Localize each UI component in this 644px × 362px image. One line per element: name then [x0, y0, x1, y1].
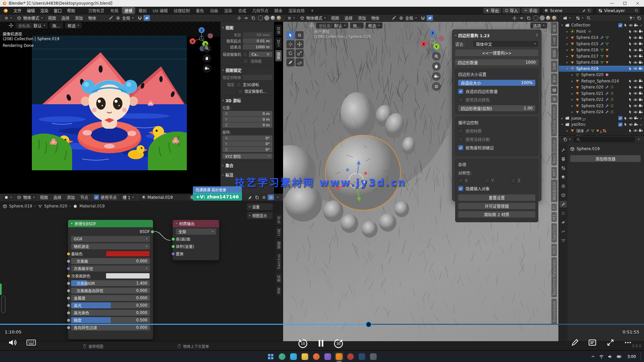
hide-viewport-icon[interactable]: [633, 36, 638, 40]
表(曲)面-socket[interactable]: [171, 237, 175, 241]
select-mode-pill[interactable]: 框选▾: [366, 22, 382, 28]
zoom-button[interactable]: [432, 52, 441, 61]
selectable-icon[interactable]: [628, 60, 632, 64]
hide-render-icon[interactable]: [639, 85, 643, 89]
expand-toggle-icon[interactable]: ▸: [565, 30, 569, 33]
各向异性过滤-socket[interactable]: [67, 326, 70, 329]
selectable-icon[interactable]: [624, 23, 628, 27]
outliner-row[interactable]: ▾yazitou: [559, 121, 644, 128]
tool-rotate-button[interactable]: [286, 49, 294, 57]
sidebar-tab-4[interactable]: 排列: [276, 273, 282, 284]
expand-toggle-icon[interactable]: ▸: [565, 55, 569, 58]
slot-dropdown[interactable]: 槽 1▾: [120, 194, 136, 200]
sidebar-tab-5[interactable]: NW: [276, 285, 281, 296]
sidebar-tab-1[interactable]: 工具: [551, 35, 557, 47]
select-mode-pill[interactable]: 框选▾: [65, 22, 82, 28]
drag-pill[interactable]: 拖...: [350, 22, 363, 28]
display-mode-dropdown[interactable]: ▾: [574, 15, 586, 21]
sidebar-tab-8[interactable]: Next Scatter: [551, 137, 557, 166]
orientation-dropdown[interactable]: 全局▾: [397, 15, 419, 21]
show-desktop-button[interactable]: [641, 353, 642, 361]
sidebar-tab-2[interactable]: 视图: [276, 239, 282, 251]
shader-menu-1[interactable]: 选择: [51, 194, 64, 200]
workspace-tab-8[interactable]: 渲染: [221, 7, 235, 14]
sidebar-tab-9[interactable]: ARP: [551, 167, 557, 178]
tool-scale-button[interactable]: [296, 49, 304, 57]
adaptive-size-slider[interactable]: 自适应大小100%: [458, 80, 535, 86]
hide-render-icon[interactable]: [639, 104, 643, 108]
outliner-row[interactable]: ▸球体.0023: [559, 134, 644, 135]
hide-viewport-icon[interactable]: [633, 85, 638, 89]
rotation-order-dropdown[interactable]: XYZ 欧拉▾: [222, 154, 272, 159]
workspace-tab-1[interactable]: 布局: [108, 7, 121, 14]
hide-viewport-icon[interactable]: [633, 54, 638, 58]
viewport-menu-3[interactable]: 物体: [86, 15, 99, 21]
material-output-node[interactable]: ▾材质输出全部▾表(曲)面体积(音量)置换: [172, 220, 219, 260]
editor-type-dropdown[interactable]: ▾: [561, 15, 573, 21]
次表面半径-socket[interactable]: [67, 267, 70, 270]
hide-viewport-icon[interactable]: [629, 116, 633, 120]
properties-tab-constraint[interactable]: [559, 228, 567, 235]
render-enable-icon[interactable]: [639, 23, 643, 27]
viewport-menu-0[interactable]: 视图: [46, 15, 58, 21]
orientation-dropdown[interactable]: 全局▾: [114, 15, 136, 21]
workspace-tab-13[interactable]: +: [308, 8, 317, 14]
grid-toggle[interactable]: [261, 194, 267, 200]
hide-render-icon[interactable]: [639, 60, 643, 65]
taskbar-blender[interactable]: [335, 352, 343, 361]
hide-render-icon[interactable]: [639, 79, 643, 83]
hide-viewport-icon[interactable]: [633, 104, 638, 108]
expand-toggle-icon[interactable]: ▸: [565, 36, 569, 39]
expand-toggle-icon[interactable]: ▸: [570, 85, 574, 89]
expand-toggle-icon[interactable]: ▸: [570, 79, 574, 83]
selectable-icon[interactable]: [628, 104, 632, 108]
tool-cursor3d-button[interactable]: [286, 40, 294, 48]
次表面各向异性-socket[interactable]: [67, 289, 70, 293]
置换-socket[interactable]: [171, 252, 175, 256]
hide-render-icon[interactable]: [634, 116, 638, 120]
taskbar-search[interactable]: [278, 352, 286, 361]
node-row-1[interactable]: 随机游走▾: [71, 243, 150, 249]
outliner-row[interactable]: ▸Sphere.014: [559, 35, 644, 41]
sidebar-tab-1[interactable]: 工具: [276, 227, 282, 238]
expand-toggle-icon[interactable]: ▸: [565, 129, 569, 132]
remesh-button[interactable]: <<一键重构>>: [455, 50, 538, 56]
fullscreen-button[interactable]: [606, 338, 615, 347]
overlays-toggle[interactable]: [243, 15, 249, 21]
properties-editor[interactable]: ▾▾ Sphere.019 添加修改器: [559, 136, 644, 341]
node-row-11[interactable]: 糙度0.500: [71, 317, 150, 323]
color-swatch[interactable]: [106, 273, 150, 279]
collection-checkbox[interactable]: [618, 116, 623, 120]
filter-dropdown[interactable]: ▾: [629, 15, 635, 21]
sidebar-tab-3[interactable]: Sanctus: [276, 252, 281, 271]
collection-checkbox[interactable]: [618, 23, 623, 27]
snap-toggle[interactable]: [137, 15, 143, 21]
render-enable-icon[interactable]: [639, 116, 643, 120]
export-button[interactable]: 导出: [483, 8, 501, 13]
collapsed-panel-0[interactable]: ▸设置: [247, 203, 273, 210]
battery-icon[interactable]: [616, 354, 622, 359]
quad-count-slider[interactable]: 四边形数量1000: [455, 59, 538, 65]
expand-toggle-icon[interactable]: ▸: [570, 98, 574, 101]
基础色-socket[interactable]: [67, 252, 70, 256]
expand-toggle-icon[interactable]: ▸: [565, 42, 569, 46]
viewport-menu-0[interactable]: 视图: [329, 15, 341, 21]
cursor-rot-x[interactable]: X0°: [222, 135, 272, 141]
sidebar-tab-14[interactable]: OCD: [551, 244, 557, 256]
minimize-button[interactable]: [606, 0, 619, 7]
selectable-icon[interactable]: [628, 135, 632, 135]
zoom-button[interactable]: [203, 44, 211, 53]
notes-button[interactable]: [588, 338, 597, 347]
selectable-icon[interactable]: [628, 85, 632, 89]
outliner-row[interactable]: ▸juese17: [559, 115, 644, 122]
sidebar-tab-7[interactable]: Outline Helper: [551, 104, 557, 136]
outliner-row[interactable]: ▾Sphere.019: [559, 66, 644, 72]
sidebar-tab-3[interactable]: 创建: [551, 61, 557, 72]
camera-button[interactable]: [432, 72, 441, 81]
taskbar-start[interactable]: [266, 352, 275, 361]
shading-mode-3[interactable]: [277, 16, 281, 20]
node-row-8[interactable]: 金属度0.000: [71, 295, 150, 301]
workspace-tab-0[interactable]: 万物有灵: [86, 7, 107, 14]
eyedropper-icon[interactable]: [392, 16, 396, 20]
add-modifier-button[interactable]: 添加修改器: [570, 155, 641, 162]
